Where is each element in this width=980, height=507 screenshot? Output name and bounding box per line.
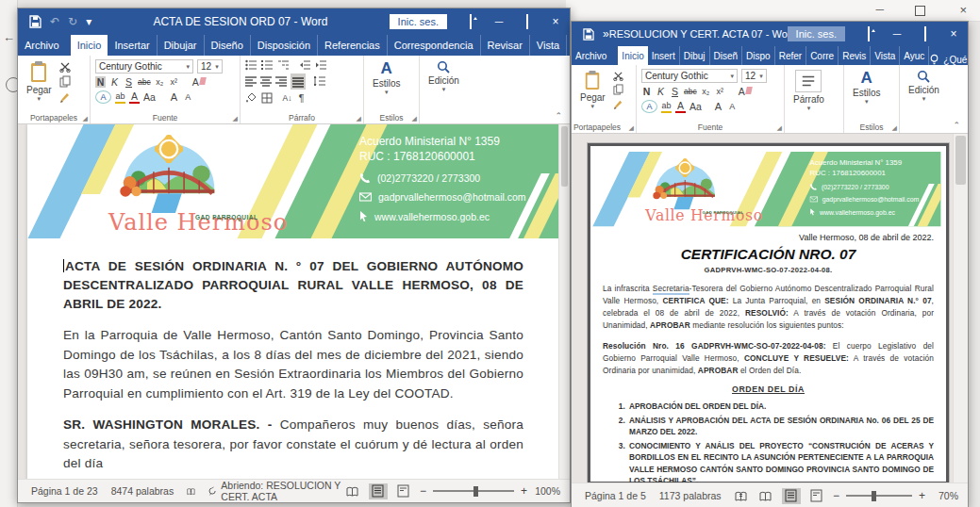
collapse-ribbon-icon[interactable]: ⌃ xyxy=(555,111,562,121)
ribbon-tab[interactable]: Revisar xyxy=(481,35,530,56)
vertical-scrollbar[interactable] xyxy=(558,124,570,481)
ribbon-tab[interactable]: Refer xyxy=(775,46,806,65)
bg-restore-button[interactable] xyxy=(915,6,925,16)
document-page[interactable]: Valle Hermoso GAD PARROQUIAL Acuerdo Min… xyxy=(27,124,559,481)
font-color-button[interactable]: A xyxy=(129,90,140,104)
format-painter-icon[interactable] xyxy=(613,98,624,110)
shrink-font-button[interactable]: A xyxy=(727,101,738,112)
page-indicator[interactable]: Página 1 de 23 xyxy=(31,485,98,497)
show-marks-button[interactable]: ¶ xyxy=(296,92,307,104)
bullets-icon[interactable] xyxy=(245,59,257,71)
numbering-icon[interactable] xyxy=(261,59,274,71)
justify-button[interactable] xyxy=(291,74,306,90)
collapse-ribbon-icon[interactable]: ⌃ xyxy=(953,121,960,130)
increase-indent-icon[interactable] xyxy=(315,59,327,71)
grow-font-button[interactable]: A xyxy=(169,91,179,103)
ribbon-tab[interactable]: Insert xyxy=(648,46,680,65)
clipboard-dialog-launcher-icon[interactable]: ◢ xyxy=(629,124,634,132)
ribbon-tab[interactable]: Archivo xyxy=(18,35,71,56)
zoom-slider-thumb[interactable] xyxy=(872,491,876,501)
align-left-icon[interactable] xyxy=(245,76,257,87)
web-layout-button[interactable] xyxy=(394,483,413,499)
superscript-button[interactable]: x² xyxy=(169,76,179,88)
font-name-combobox[interactable]: Century Gothic▾ xyxy=(641,69,738,83)
ribbon-tab[interactable]: Diseño xyxy=(205,35,251,56)
bold-button[interactable]: N xyxy=(95,76,106,88)
paste-button[interactable]: Pegar ▾ xyxy=(576,69,609,121)
redo-icon[interactable]: ↻ xyxy=(68,16,77,27)
strikethrough-button[interactable]: abc xyxy=(138,76,151,88)
font-name-combobox[interactable]: Century Gothic▾ xyxy=(95,59,193,74)
highlight-button[interactable]: ab xyxy=(661,100,672,113)
cut-icon[interactable] xyxy=(613,71,623,81)
scrollbar-thumb[interactable] xyxy=(955,136,966,185)
zoom-in-button[interactable]: + xyxy=(521,484,527,498)
ribbon-tab[interactable]: Inicio xyxy=(618,46,647,65)
font-color-button[interactable]: A xyxy=(675,100,686,113)
styles-button[interactable]: A Estilos ▾ xyxy=(369,59,404,111)
styles-button[interactable]: A Estilos ▾ xyxy=(849,69,884,121)
sign-in-button[interactable]: Inic. ses. xyxy=(390,14,447,29)
clipboard-dialog-launcher-icon[interactable]: ◢ xyxy=(83,115,88,123)
bg-minimize-button[interactable]: ─ xyxy=(875,3,884,16)
ribbon-tab[interactable]: Ayuda xyxy=(567,35,570,56)
borders-icon[interactable] xyxy=(261,92,273,104)
zoom-in-button[interactable]: + xyxy=(919,489,925,502)
subscript-button[interactable]: x₂ xyxy=(155,76,165,88)
page-indicator[interactable]: Página 1 de 5 xyxy=(585,490,646,501)
proofing-icon[interactable] xyxy=(735,491,747,501)
read-mode-button[interactable] xyxy=(343,483,362,499)
qat-overflow-icon[interactable]: » xyxy=(603,28,609,40)
close-button[interactable]: × xyxy=(939,22,968,46)
align-center-icon[interactable] xyxy=(260,76,272,87)
document-page[interactable]: Valle Hermoso GAD PARROQUIAL Acuerdo Min… xyxy=(588,143,949,484)
read-mode-button[interactable] xyxy=(756,488,775,504)
close-button[interactable]: × xyxy=(541,9,570,34)
italic-button[interactable]: K xyxy=(109,76,120,88)
tell-me-bulb-icon[interactable] xyxy=(929,54,939,65)
ribbon-tab[interactable]: Revis xyxy=(839,46,871,65)
document-body[interactable]: ACTA DE SESIÓN ORDINARIA N. ° 07 DEL GOB… xyxy=(27,238,559,481)
zoom-level[interactable]: 70% xyxy=(932,490,958,501)
sign-in-button[interactable]: Inic. ses. xyxy=(788,26,845,41)
copy-icon[interactable] xyxy=(613,84,623,95)
font-size-combobox[interactable]: 12▾ xyxy=(741,69,767,83)
paste-button[interactable]: Pegar ▾ xyxy=(23,59,56,111)
font-size-combobox[interactable]: 12▾ xyxy=(197,59,223,74)
zoom-slider-thumb[interactable] xyxy=(473,486,478,497)
clear-formatting-button[interactable]: A xyxy=(737,86,747,97)
ribbon-tab[interactable]: Insertar xyxy=(108,35,157,56)
paragraph-dialog-launcher-icon[interactable]: ◢ xyxy=(357,115,361,123)
strikethrough-button[interactable]: abc xyxy=(684,86,697,97)
ribbon-tab[interactable]: Dibuj xyxy=(680,46,710,65)
zoom-out-button[interactable]: − xyxy=(420,484,426,498)
word-count[interactable]: 1173 palabras xyxy=(659,490,722,501)
editing-button[interactable]: Edición ▾ xyxy=(905,69,943,121)
print-layout-button[interactable] xyxy=(369,483,388,499)
zoom-slider[interactable] xyxy=(846,495,912,497)
paragraph-button[interactable]: Párrafo ▾ xyxy=(789,69,828,121)
save-icon[interactable] xyxy=(29,15,42,28)
ribbon-tab[interactable]: Referencias xyxy=(318,35,388,56)
web-layout-button[interactable] xyxy=(807,488,826,504)
zoom-level[interactable]: 100% xyxy=(534,485,560,497)
line-spacing-icon[interactable] xyxy=(314,75,326,87)
vertical-scrollbar[interactable] xyxy=(953,134,968,484)
ribbon-tab[interactable]: Inicio xyxy=(71,35,108,56)
ribbon-tab[interactable]: Ayuc xyxy=(900,46,929,65)
ribbon-tab[interactable]: Vista xyxy=(530,35,567,56)
print-layout-button[interactable] xyxy=(782,488,801,504)
styles-dialog-launcher-icon[interactable]: ◢ xyxy=(412,115,417,123)
editing-button[interactable]: Edición ▾ xyxy=(424,59,463,111)
underline-button[interactable]: S xyxy=(124,76,134,88)
ribbon-tab[interactable]: Dispo xyxy=(742,46,775,65)
sort-icon[interactable]: A↓ xyxy=(282,92,292,104)
back-arrow-icon[interactable]: ← xyxy=(3,30,15,44)
bg-close-button[interactable]: × xyxy=(959,3,967,17)
maximize-button[interactable] xyxy=(911,22,939,46)
copy-icon[interactable] xyxy=(59,75,71,88)
ribbon-display-options-icon[interactable] xyxy=(855,22,883,46)
underline-button[interactable]: S xyxy=(670,86,680,97)
ribbon-tab[interactable]: Correspondencia xyxy=(388,35,481,56)
proofing-icon[interactable] xyxy=(187,486,195,497)
